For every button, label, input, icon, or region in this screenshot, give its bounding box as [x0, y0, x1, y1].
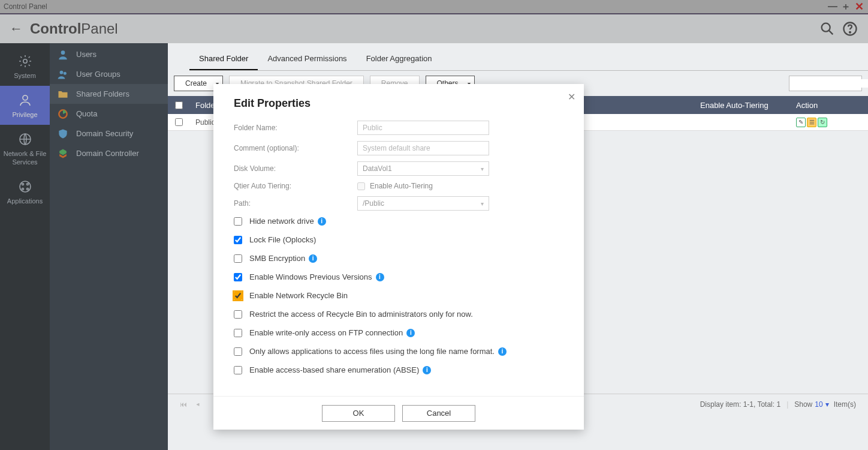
search-field[interactable]: [789, 79, 868, 88]
items-label: Item(s): [834, 400, 856, 409]
lock-file-row[interactable]: Lock File (Oplocks): [234, 235, 563, 244]
info-icon[interactable]: i: [423, 366, 431, 374]
long-filename-row[interactable]: Only allows applications to access files…: [234, 347, 563, 356]
disk-volume-label: Disk Volume:: [234, 164, 357, 173]
recycle-bin-checkbox[interactable]: [234, 292, 242, 300]
smb-encryption-row[interactable]: SMB Encryption i: [234, 254, 563, 263]
show-value[interactable]: 10: [815, 400, 822, 409]
path-label: Path:: [234, 199, 357, 208]
display-count: Display item: 1-1, Total: 1: [700, 400, 781, 409]
row-checkbox[interactable]: [175, 118, 183, 126]
hide-network-drive-row[interactable]: Hide network drive i: [234, 217, 563, 226]
path-select[interactable]: /Public: [357, 196, 489, 211]
smb-encryption-checkbox[interactable]: [234, 254, 242, 263]
win-prev-versions-row[interactable]: Enable Windows Previous Versions i: [234, 272, 563, 281]
info-icon[interactable]: i: [318, 217, 326, 226]
hide-network-checkbox[interactable]: [234, 217, 242, 226]
ftp-write-row[interactable]: Enable write-only access on FTP connecti…: [234, 328, 563, 337]
long-filename-checkbox[interactable]: [234, 347, 242, 356]
restrict-recycle-row[interactable]: Restrict the access of Recycle Bin to ad…: [234, 310, 563, 319]
chevron-down-icon[interactable]: ▾: [825, 400, 829, 409]
lock-file-checkbox[interactable]: [234, 236, 242, 244]
info-icon[interactable]: i: [498, 347, 507, 356]
abse-row[interactable]: Enable access-based share enumeration (A…: [234, 365, 563, 374]
restrict-recycle-checkbox[interactable]: [234, 310, 242, 319]
enable-tiering-label: Enable Auto-Tiering: [370, 182, 433, 190]
disk-volume-select[interactable]: DataVol1: [357, 161, 489, 176]
edit-icon[interactable]: ✎: [796, 118, 806, 127]
comment-input[interactable]: [357, 141, 489, 155]
comment-label: Comment (optional):: [234, 144, 357, 152]
select-all-checkbox[interactable]: [175, 101, 183, 109]
modal-body: Folder Name: Comment (optional): Disk Vo…: [213, 118, 584, 396]
refresh-icon[interactable]: ↻: [818, 118, 827, 127]
folder-name-input[interactable]: [357, 121, 489, 135]
tabs: Shared Folder Advanced Permissions Folde…: [189, 48, 868, 71]
col-auto-tiering[interactable]: Enable Auto-Tiering: [694, 101, 790, 110]
tab-shared-folder[interactable]: Shared Folder: [189, 48, 258, 70]
permissions-icon[interactable]: ☰: [807, 118, 816, 127]
tab-advanced-permissions[interactable]: Advanced Permissions: [258, 48, 356, 70]
modal-footer: OK Cancel: [213, 396, 584, 430]
info-icon[interactable]: i: [376, 273, 384, 281]
col-action: Action: [790, 101, 868, 110]
info-icon[interactable]: i: [406, 329, 415, 337]
show-label: Show: [794, 400, 812, 409]
ftp-write-checkbox[interactable]: [234, 329, 242, 337]
qtier-label: Qtier Auto Tiering:: [234, 182, 357, 190]
win-prev-checkbox[interactable]: [234, 273, 242, 281]
abse-checkbox[interactable]: [234, 366, 242, 374]
search-input[interactable]: 🔍: [789, 76, 862, 91]
recycle-bin-row[interactable]: Enable Network Recycle Bin: [234, 291, 563, 300]
modal-close-icon[interactable]: ✕: [568, 91, 575, 103]
folder-name-label: Folder Name:: [234, 124, 357, 132]
ok-button[interactable]: OK: [322, 405, 395, 422]
info-icon[interactable]: i: [309, 254, 317, 263]
edit-properties-modal: ✕ Edit Properties Folder Name: Comment (…: [213, 84, 584, 430]
tab-folder-aggregation[interactable]: Folder Aggregation: [357, 48, 442, 70]
enable-auto-tiering-checkbox: [357, 182, 365, 190]
cancel-button[interactable]: Cancel: [402, 405, 475, 422]
modal-title: Edit Properties: [213, 84, 584, 118]
